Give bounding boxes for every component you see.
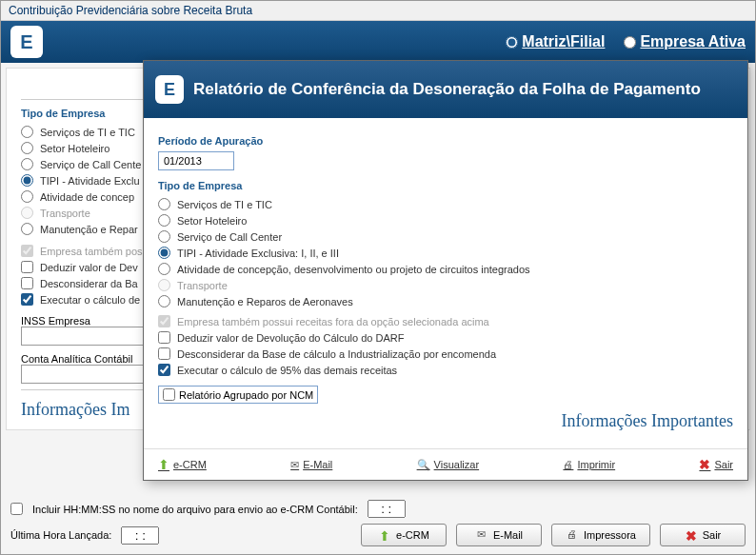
dialog-logo: E bbox=[155, 75, 184, 104]
radio-ativa-input[interactable] bbox=[624, 36, 636, 49]
link-visualizar[interactable]: 🔍Visualizar bbox=[417, 459, 480, 471]
exit-icon: ✖ bbox=[685, 528, 698, 542]
periodo-input[interactable] bbox=[158, 151, 234, 170]
printer-icon: 🖨 bbox=[566, 528, 579, 542]
d-opt-transporte: Transporte bbox=[158, 277, 733, 293]
main-title-bar: Contribuição Previdenciária sobre Receit… bbox=[1, 1, 755, 21]
d-opt-hoteleiro[interactable]: Setor Hoteleiro bbox=[158, 212, 733, 228]
conta-input[interactable] bbox=[21, 365, 145, 384]
link-sair[interactable]: ✖Sair bbox=[699, 457, 733, 472]
ultima-row: Última Hora Lançada: ⬆e-CRM ✉E-Mail 🖨Imp… bbox=[10, 524, 746, 546]
ncm-label: Relatório Agrupado por NCM bbox=[179, 389, 313, 401]
mail-icon: ✉ bbox=[475, 528, 488, 542]
ecrm-icon: ⬆ bbox=[158, 457, 169, 472]
report-dialog: E Relatório de Conferência da Desoneraçã… bbox=[143, 60, 748, 481]
main-window-title: Contribuição Previdenciária sobre Receit… bbox=[9, 4, 252, 17]
include-row: Incluir HH:MM:SS no nome do arquivo para… bbox=[10, 500, 746, 518]
d-opt-concepcao[interactable]: Atividade de concepção, desenvolvimento … bbox=[158, 261, 733, 277]
d-chk-empresa: Empresa também possui receitas fora da o… bbox=[158, 313, 733, 329]
d-opt-ti-tic[interactable]: Serviços de TI e TIC bbox=[158, 196, 733, 212]
btn-ecrm-main[interactable]: ⬆e-CRM bbox=[361, 524, 447, 546]
magnifier-icon: 🔍 bbox=[417, 459, 430, 471]
btn-impressora-main[interactable]: 🖨Impressora bbox=[551, 524, 650, 546]
hhmmss-input[interactable] bbox=[368, 500, 406, 518]
dialog-tipo-title: Tipo de Empresa bbox=[158, 180, 733, 191]
d-opt-manutencao[interactable]: Manutenção e Reparos de Aeronaves bbox=[158, 293, 733, 309]
mail-icon: ✉ bbox=[290, 459, 299, 471]
radio-empresa-ativa[interactable]: Empresa Ativa bbox=[624, 33, 746, 50]
radio-matriz-input[interactable] bbox=[506, 36, 518, 49]
link-email[interactable]: ✉E-Mail bbox=[290, 459, 332, 471]
btn-email-main[interactable]: ✉E-Mail bbox=[456, 524, 542, 546]
ncm-checkbox[interactable]: Relatório Agrupado por NCM bbox=[158, 386, 318, 404]
radio-matriz-filial[interactable]: Matriz\Filial bbox=[506, 33, 605, 50]
ribbon-options: Matriz\Filial Empresa Ativa bbox=[506, 33, 746, 50]
d-chk-executar[interactable]: Executar o cálculo de 95% das demais rec… bbox=[158, 362, 733, 378]
d-chk-deduzir[interactable]: Deduzir valor de Devolução do Cálculo do… bbox=[158, 329, 733, 346]
exit-icon: ✖ bbox=[699, 457, 710, 472]
header-ribbon: E Matriz\Filial Empresa Ativa bbox=[1, 21, 755, 63]
ativa-label: Empresa Ativa bbox=[640, 33, 746, 50]
inss-input[interactable] bbox=[21, 327, 145, 346]
ultima-label: Última Hora Lançada: bbox=[10, 529, 111, 541]
include-label: Incluir HH:MM:SS no nome do arquivo para… bbox=[32, 504, 358, 515]
chk-include-hhmmss[interactable] bbox=[10, 503, 23, 515]
dialog-title-bar: E Relatório de Conferência da Desoneraçã… bbox=[144, 61, 747, 118]
bottom-bar: Incluir HH:MM:SS no nome do arquivo para… bbox=[10, 494, 746, 546]
ultima-input[interactable] bbox=[121, 526, 159, 545]
link-imprimir[interactable]: 🖨Imprimir bbox=[563, 459, 615, 470]
dialog-body: Período de Apuração Tipo de Empresa Serv… bbox=[144, 118, 747, 441]
printer-icon: 🖨 bbox=[563, 459, 573, 470]
link-ecrm[interactable]: ⬆e-CRM bbox=[158, 457, 207, 472]
d-chk-desconsiderar[interactable]: Desconsiderar da Base de cálculo a Indus… bbox=[158, 346, 733, 362]
d-opt-callcenter[interactable]: Serviço de Call Center bbox=[158, 228, 733, 245]
dialog-footer: ⬆e-CRM ✉E-Mail 🔍Visualizar 🖨Imprimir ✖Sa… bbox=[144, 448, 747, 480]
app-logo: E bbox=[10, 26, 43, 58]
periodo-label: Período de Apuração bbox=[158, 135, 733, 147]
matriz-label: Matriz\Filial bbox=[522, 33, 605, 50]
dialog-info-link[interactable]: Informações Importantes bbox=[158, 411, 733, 431]
ecrm-icon: ⬆ bbox=[378, 528, 391, 542]
btn-sair-main[interactable]: ✖Sair bbox=[660, 524, 746, 546]
d-opt-tipi[interactable]: TIPI - Atividade Exclusiva: I, II, e III bbox=[158, 245, 733, 261]
dialog-title: Relatório de Conferência da Desoneração … bbox=[193, 80, 701, 99]
